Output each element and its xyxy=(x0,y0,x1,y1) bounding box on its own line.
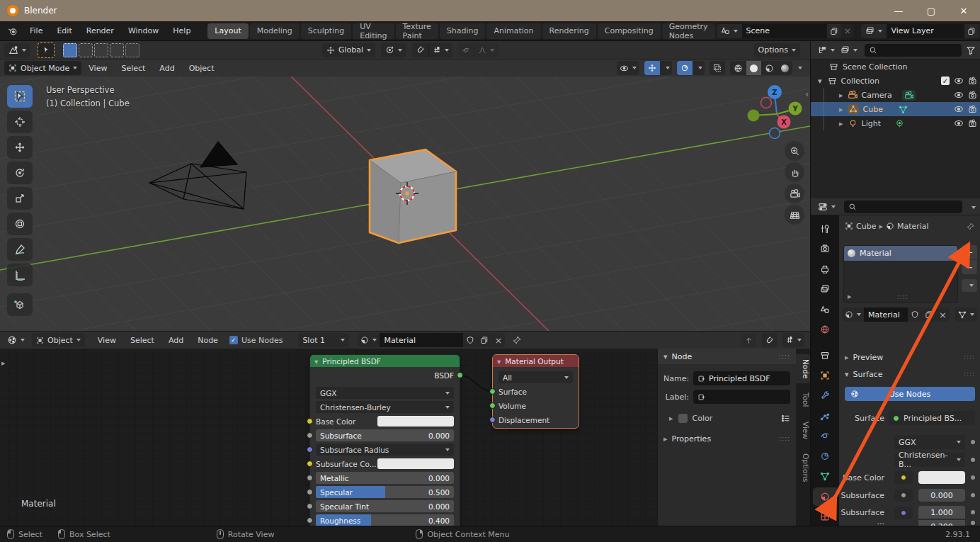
tool-move[interactable] xyxy=(7,136,33,159)
subsurface-radius-dropdown[interactable]: Subsurface Radius xyxy=(316,444,454,456)
animate-dot-icon[interactable] xyxy=(971,458,975,462)
workspace-tab-geometry-nodes[interactable]: Geometry Nodes xyxy=(662,23,715,39)
menu-help[interactable]: Help xyxy=(166,24,198,38)
surface-panel-header[interactable]: Surface xyxy=(839,367,980,381)
tool-rotate[interactable] xyxy=(7,162,33,184)
outliner-row-camera[interactable]: Camera xyxy=(811,88,980,102)
sidebar-tab-node[interactable]: Node xyxy=(796,354,810,383)
specular-slider[interactable]: Specular 0.500 xyxy=(316,486,454,498)
animate-dot-icon[interactable] xyxy=(971,440,975,444)
select-mode-extend[interactable] xyxy=(79,43,93,57)
workspace-tab-uv-editing[interactable]: UV Editing xyxy=(353,23,394,39)
disclosure-triangle-icon[interactable] xyxy=(818,77,822,86)
color-presets-list-icon[interactable] xyxy=(781,414,790,423)
tool-scale[interactable] xyxy=(7,187,33,210)
viewport-menu-select[interactable]: Select xyxy=(114,61,152,75)
sidebar-collapse-arrow-icon[interactable]: ‹ xyxy=(805,89,809,99)
workspace-tab-layout[interactable]: Layout xyxy=(207,23,248,39)
scene-name-field[interactable]: Scene xyxy=(742,24,827,38)
base-color-swatch[interactable] xyxy=(918,471,965,484)
go-to-parent-node-tree-icon[interactable] xyxy=(741,333,756,347)
render-visibility-camera-icon[interactable] xyxy=(968,77,977,86)
outliner-row-cube[interactable]: Cube xyxy=(811,102,980,116)
add-material-slot-button[interactable]: + xyxy=(962,245,977,259)
shader-menu-add[interactable]: Add xyxy=(161,333,190,347)
new-material-copy-icon[interactable] xyxy=(922,307,936,322)
disclosure-triangle-icon[interactable] xyxy=(839,119,843,128)
shader-menu-view[interactable]: View xyxy=(91,333,123,347)
scene-unlink-button[interactable] xyxy=(841,24,855,38)
subsurface-color-socket[interactable] xyxy=(307,461,313,467)
view-layer-new-button[interactable] xyxy=(964,24,979,38)
active-tool-select-box-icon[interactable] xyxy=(38,43,55,58)
scene-new-button[interactable] xyxy=(827,24,841,38)
gizmo-negative-x[interactable] xyxy=(761,98,772,108)
shading-solid-icon[interactable] xyxy=(746,61,761,75)
workspace-tab-shading[interactable]: Shading xyxy=(440,23,486,39)
render-visibility-camera-icon[interactable] xyxy=(968,91,977,100)
subsurface-method-dropdown[interactable]: Christensen-B... xyxy=(894,453,965,467)
hide-eye-icon[interactable] xyxy=(954,76,964,86)
subsurface-method-dropdown[interactable]: Christensen-Burley xyxy=(316,401,454,413)
minimize-button[interactable]: — xyxy=(882,0,915,21)
close-button[interactable]: ✕ xyxy=(947,0,980,21)
new-material-copy-icon[interactable] xyxy=(477,333,491,347)
color-expand-icon[interactable] xyxy=(669,414,673,423)
workspace-tab-modeling[interactable]: Modeling xyxy=(250,23,300,39)
menu-window[interactable]: Window xyxy=(121,24,166,38)
gizmo-negative-y[interactable] xyxy=(748,110,760,122)
node-collapse-icon[interactable] xyxy=(497,357,501,366)
specular-tint-socket[interactable] xyxy=(307,503,313,509)
tab-texture[interactable] xyxy=(813,508,837,526)
gizmos-toggle-icon[interactable] xyxy=(644,61,660,75)
outliner-row-light[interactable]: Light xyxy=(811,116,980,130)
viewport-perspective-toggle-button[interactable] xyxy=(785,205,804,225)
specular-socket[interactable] xyxy=(307,489,313,495)
hide-eye-icon[interactable] xyxy=(954,104,964,114)
select-mode-invert[interactable] xyxy=(110,43,124,57)
options-dropdown[interactable]: Options xyxy=(754,43,800,57)
disclosure-triangle-icon[interactable] xyxy=(839,91,843,100)
shader-menu-node[interactable]: Node xyxy=(190,333,225,347)
shading-dropdown[interactable] xyxy=(792,61,804,75)
distribution-dropdown[interactable]: GGX xyxy=(894,435,965,449)
tab-view-layer[interactable] xyxy=(813,280,837,298)
tab-material[interactable] xyxy=(813,487,837,505)
material-slot-specials-dropdown[interactable] xyxy=(962,279,977,292)
viewport-zoom-button[interactable] xyxy=(785,141,804,161)
shading-rendered-icon[interactable] xyxy=(777,61,792,75)
workspace-tab-compositing[interactable]: Compositing xyxy=(598,23,661,39)
browse-material-dropdown[interactable] xyxy=(358,333,380,347)
outliner-row-collection[interactable]: Collection ✓ xyxy=(811,74,980,88)
tab-collection[interactable] xyxy=(813,346,837,364)
menu-render[interactable]: Render xyxy=(79,24,121,38)
drag-handle-icon[interactable] xyxy=(897,293,908,300)
view-layer-name-field[interactable]: View Layer xyxy=(887,24,964,38)
viewport-menu-object[interactable]: Object xyxy=(182,61,222,75)
fake-user-shield-icon[interactable] xyxy=(463,333,477,347)
shader-type-dropdown[interactable]: Object xyxy=(32,333,85,347)
snap-toggle-magnet-icon[interactable] xyxy=(762,333,777,347)
volume-input-socket[interactable] xyxy=(489,402,496,409)
surface-input-socket[interactable] xyxy=(489,388,496,395)
editor-type-3d-viewport-icon[interactable] xyxy=(4,43,30,57)
workspace-tab-rendering[interactable]: Rendering xyxy=(542,23,596,39)
unlink-material-button[interactable] xyxy=(936,307,950,322)
viewport-pan-button[interactable] xyxy=(785,162,804,182)
remove-material-slot-button[interactable]: − xyxy=(962,260,977,274)
properties-panel-header[interactable]: Properties xyxy=(658,431,796,446)
use-nodes-button[interactable]: Use Nodes xyxy=(845,387,975,401)
render-visibility-camera-icon[interactable] xyxy=(968,105,977,114)
tab-tool[interactable] xyxy=(813,220,837,237)
gizmos-dropdown[interactable] xyxy=(660,61,672,75)
gizmo-negative-z[interactable] xyxy=(770,128,780,139)
material-output-node[interactable]: Material Output All Surface Volume Displ… xyxy=(492,354,579,429)
pin-icon[interactable] xyxy=(966,222,975,231)
subsurface-socket[interactable] xyxy=(307,432,313,439)
mode-dropdown[interactable]: Object Mode xyxy=(4,61,81,75)
tool-select-box[interactable] xyxy=(7,85,33,108)
tab-particles[interactable] xyxy=(813,407,837,424)
workspace-tab-sculpting[interactable]: Sculpting xyxy=(301,23,351,39)
camera-object[interactable] xyxy=(149,142,246,209)
navigation-gizmo[interactable]: Z Y X xyxy=(748,85,802,139)
